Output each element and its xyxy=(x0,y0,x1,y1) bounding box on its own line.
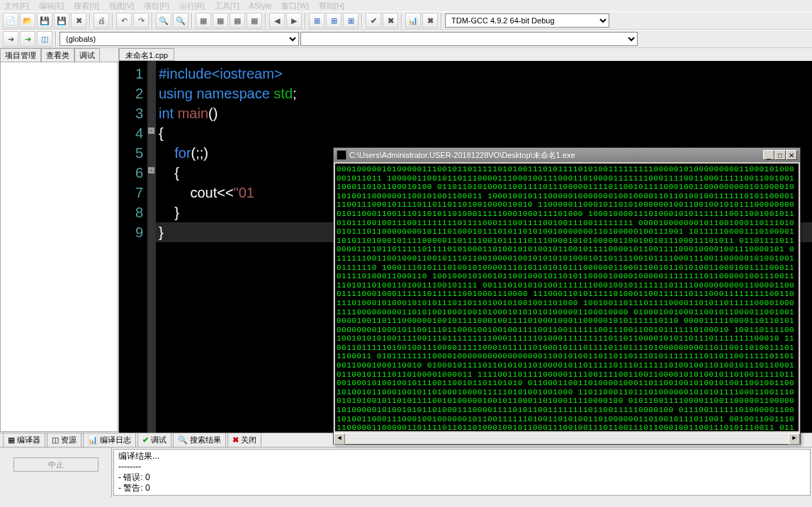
globals-select[interactable]: (globals) xyxy=(60,32,299,46)
new-file-button[interactable]: 📄 xyxy=(3,13,18,28)
abort-button[interactable]: 中止 xyxy=(13,457,98,472)
save-button[interactable]: 💾 xyxy=(37,13,52,28)
compile-log-output: 编译结果... -------- - 错误: 0 - 警告: 0 xyxy=(113,449,811,496)
line-gutter: 123456789 xyxy=(119,61,147,242)
minimize-button[interactable]: _ xyxy=(763,150,774,160)
tab-compiler[interactable]: ▦编译器 xyxy=(3,433,45,448)
side-tab-classes[interactable]: 查看类 xyxy=(41,48,74,62)
check-icon: ✔ xyxy=(142,435,149,445)
menu-view[interactable]: 视图[V] xyxy=(109,1,134,11)
side-tab-debug[interactable]: 调试 xyxy=(74,48,100,62)
menu-search[interactable]: 搜索[S] xyxy=(74,1,98,11)
menu-window[interactable]: 窗口[W] xyxy=(281,1,309,11)
toolbar-main: 📄 📂 💾 💾 ✖ 🖨 ↶ ↷ 🔍 🔍 ▦ ▦ ▦ ▦ ◀ ▶ ⊞ ⊞ ⊞ ✔ … xyxy=(0,11,812,30)
compile-button[interactable]: ▦ xyxy=(196,13,211,28)
compile-run-button[interactable]: ▦ xyxy=(230,13,245,28)
file-tab-active[interactable]: 未命名1.cpp xyxy=(119,48,174,61)
menu-tools[interactable]: 工具[T] xyxy=(215,1,239,11)
rebuild-button[interactable]: ▦ xyxy=(247,13,262,28)
console-window[interactable]: C:\Users\Administrator.USER-20181228VO\D… xyxy=(333,147,801,445)
open-button[interactable]: 📂 xyxy=(20,13,35,28)
grid-icon: ▦ xyxy=(8,435,15,445)
profile-button[interactable]: 📊 xyxy=(405,13,421,28)
console-title: C:\Users\Administrator.USER-20181228VO\D… xyxy=(349,150,575,161)
menu-help[interactable]: 帮助[H] xyxy=(319,1,344,11)
close-window-button[interactable]: ✕ xyxy=(786,150,797,160)
run-button[interactable]: ▦ xyxy=(213,13,228,28)
scroll-right-button[interactable]: ► xyxy=(789,433,800,445)
menu-project[interactable]: 项目[P] xyxy=(144,1,169,11)
goto-button[interactable]: ➜ xyxy=(3,31,18,47)
side-panel: 项目管理 查看类 调试 xyxy=(0,48,119,433)
code-body[interactable]: #include<iostream>using namespace std;in… xyxy=(159,64,297,242)
maximize-button[interactable]: □ xyxy=(774,150,786,160)
console-titlebar[interactable]: C:\Users\Administrator.USER-20181228VO\D… xyxy=(334,148,800,162)
delete-button[interactable]: ✖ xyxy=(422,13,438,28)
print-button[interactable]: 🖨 xyxy=(94,13,109,28)
debug-button[interactable]: ◀ xyxy=(269,13,285,28)
tab-resources[interactable]: ◫资源 xyxy=(47,433,81,448)
compiler-select[interactable]: TDM-GCC 4.9.2 64-bit Debug xyxy=(445,13,609,28)
tab-close[interactable]: ✖关闭 xyxy=(227,433,261,448)
fold-marker-icon[interactable]: - xyxy=(148,167,154,173)
menu-bar: 文件[F] 编辑[E] 搜索[S] 视图[V] 项目[P] 运行[R] 工具[T… xyxy=(0,0,812,11)
scroll-track[interactable] xyxy=(345,433,789,444)
tab-compile-log[interactable]: 📊编译日志 xyxy=(83,433,136,448)
search-icon: 🔍 xyxy=(178,435,188,445)
tab-search-results[interactable]: 🔍搜索结果 xyxy=(173,433,226,448)
menu-file[interactable]: 文件[F] xyxy=(4,1,29,11)
tab-debug[interactable]: ✔调试 xyxy=(137,433,171,448)
grid1-button[interactable]: ⊞ xyxy=(309,13,325,28)
check-button[interactable]: ✔ xyxy=(366,13,381,28)
fold-column: - - xyxy=(147,61,156,433)
menu-run[interactable]: 运行[R] xyxy=(179,1,205,11)
menu-astyle[interactable]: AStyle xyxy=(249,1,272,10)
grid2-button[interactable]: ⊞ xyxy=(326,13,342,28)
bookmark-button[interactable]: ➜ xyxy=(20,31,35,47)
side-tab-project[interactable]: 项目管理 xyxy=(0,48,41,62)
stop-button[interactable]: ▶ xyxy=(286,13,302,28)
menu-edit[interactable]: 编辑[E] xyxy=(39,1,64,11)
symbol-select[interactable] xyxy=(300,32,638,46)
console-output: 0001000001010000011100101101111101010011… xyxy=(335,164,799,431)
redo-button[interactable]: ↷ xyxy=(133,13,149,28)
close-button[interactable]: ✖ xyxy=(71,13,86,28)
toolbar-secondary: ➜ ➜ ◫ (globals) xyxy=(0,30,812,48)
console-scrollbar[interactable]: ◄ ► xyxy=(334,433,800,444)
grid3-button[interactable]: ⊞ xyxy=(343,13,359,28)
undo-button[interactable]: ↶ xyxy=(116,13,132,28)
fold-marker-icon[interactable]: - xyxy=(148,127,154,134)
find-button[interactable]: 🔍 xyxy=(156,13,171,28)
chart-icon: 📊 xyxy=(88,435,98,445)
side-panel-body xyxy=(0,62,118,432)
console-app-icon xyxy=(337,150,346,160)
scroll-left-button[interactable]: ◄ xyxy=(334,433,345,445)
toggle-button[interactable]: ◫ xyxy=(37,31,52,47)
error-button[interactable]: ✖ xyxy=(383,13,398,28)
replace-button[interactable]: 🔍 xyxy=(173,13,188,28)
box-icon: ◫ xyxy=(52,435,59,445)
save-all-button[interactable]: 💾 xyxy=(54,13,69,28)
close-icon: ✖ xyxy=(232,435,239,445)
